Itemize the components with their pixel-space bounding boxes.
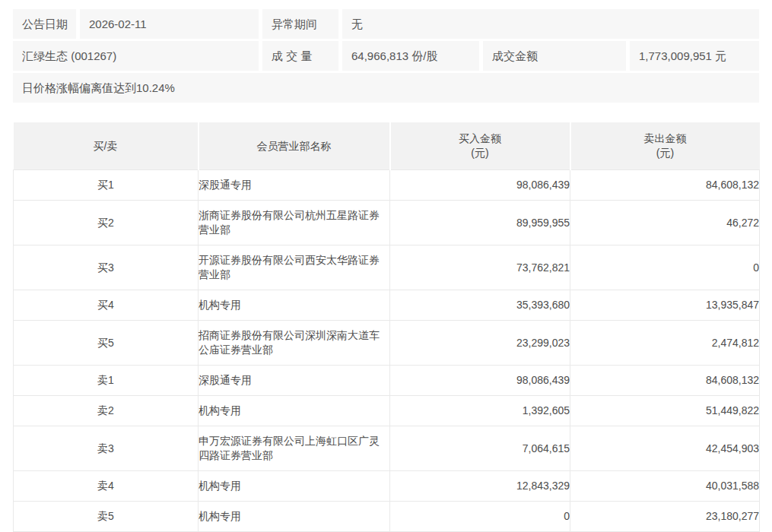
buy-amount-cell: 1,392,605 [390,396,570,426]
branch-cell: 申万宏源证券有限公司上海虹口区广灵四路证券营业部 [199,426,390,471]
sell-amount-cell: 2,474,812 [570,321,760,366]
sell-amount-cell: 23,180,277 [570,502,760,532]
table-row: 买2 浙商证券股份有限公司杭州五星路证券营业部 89,959,955 46,27… [14,201,760,245]
branch-cell: 深股通专用 [199,170,390,201]
abnormal-period-value: 无 [342,9,759,39]
table-row: 买5 招商证券股份有限公司深圳深南大道车公庙证券营业部 23,299,023 2… [14,321,760,366]
branch-cell: 深股通专用 [199,366,390,396]
side-cell: 卖2 [14,396,199,426]
buy-amount-cell: 89,959,955 [390,201,570,245]
side-cell: 买3 [14,245,199,290]
buy-amount-cell: 7,064,615 [390,426,570,471]
table-row: 卖4 机构专用 12,843,329 40,031,588 [14,471,760,502]
buy-amount-cell: 0 [390,502,570,532]
sell-amount-cell: 42,454,903 [570,426,760,471]
sell-amount-cell: 84,608,132 [570,170,760,201]
header-branch: 会员营业部名称 [199,122,390,170]
table-row: 买3 开源证券股份有限公司西安太华路证券营业部 73,762,821 0 [14,245,760,290]
info-panel: 公告日期 2026-02-11 异常期间 无 汇绿生态 (001267) 成 交… [13,9,759,103]
side-cell: 买2 [14,201,199,245]
side-cell: 买4 [14,290,199,321]
sell-amount-cell: 84,608,132 [570,366,760,396]
volume-label: 成 交 量 [262,41,338,71]
page: 公告日期 2026-02-11 异常期间 无 汇绿生态 (001267) 成 交… [0,0,772,532]
price-deviation-note: 日价格涨幅偏离值达到10.24% [13,73,759,103]
table-row: 卖1 深股通专用 98,086,439 84,608,132 [14,366,760,396]
header-buy-amount: 买入金额(元) [390,122,570,170]
abnormal-period-label: 异常期间 [262,9,338,39]
branch-cell: 机构专用 [199,290,390,321]
buy-amount-cell: 23,299,023 [390,321,570,366]
table-row: 卖3 申万宏源证券有限公司上海虹口区广灵四路证券营业部 7,064,615 42… [14,426,760,471]
sell-amount-cell: 0 [570,245,760,290]
sell-amount-cell: 46,272 [570,201,760,245]
sell-amount-cell: 13,935,847 [570,290,760,321]
header-side: 买/卖 [14,122,199,170]
sell-amount-cell: 40,031,588 [570,471,760,502]
branch-cell: 机构专用 [199,502,390,532]
side-cell: 卖1 [14,366,199,396]
branch-cell: 机构专用 [199,471,390,502]
table-row: 买4 机构专用 35,393,680 13,935,847 [14,290,760,321]
broker-table-header: 买/卖 会员营业部名称 买入金额(元) 卖出金额(元) [14,122,760,170]
header-sell-line2: (元) [571,146,760,160]
table-row: 买1 深股通专用 98,086,439 84,608,132 [14,170,760,201]
info-row-3: 日价格涨幅偏离值达到10.24% [13,73,759,103]
sell-amount-cell: 51,449,822 [570,396,760,426]
turnover-value: 1,773,009,951 元 [630,41,759,71]
volume-value: 64,966,813 份/股 [342,41,479,71]
turnover-label: 成交金额 [483,41,626,71]
info-row-2: 汇绿生态 (001267) 成 交 量 64,966,813 份/股 成交金额 … [13,41,759,71]
buy-amount-cell: 98,086,439 [390,366,570,396]
side-cell: 买1 [14,170,199,201]
info-row-1: 公告日期 2026-02-11 异常期间 无 [13,9,759,39]
stock-name: 汇绿生态 (001267) [13,41,259,71]
header-sell-line1: 卖出金额 [571,131,760,146]
branch-cell: 浙商证券股份有限公司杭州五星路证券营业部 [199,201,390,245]
header-buy-line1: 买入金额 [391,131,570,146]
table-row: 卖5 机构专用 0 23,180,277 [14,502,760,532]
side-cell: 买5 [14,321,199,366]
broker-table: 买/卖 会员营业部名称 买入金额(元) 卖出金额(元) 买1 深股通专用 98,… [13,122,760,532]
buy-amount-cell: 35,393,680 [390,290,570,321]
branch-cell: 开源证券股份有限公司西安太华路证券营业部 [199,245,390,290]
side-cell: 卖5 [14,502,199,532]
side-cell: 卖4 [14,471,199,502]
buy-amount-cell: 73,762,821 [390,245,570,290]
header-sell-amount: 卖出金额(元) [570,122,760,170]
announcement-date-label: 公告日期 [13,9,76,39]
branch-cell: 机构专用 [199,396,390,426]
announcement-date-value: 2026-02-11 [80,9,259,39]
buy-amount-cell: 98,086,439 [390,170,570,201]
side-cell: 卖3 [14,426,199,471]
header-buy-line2: (元) [391,146,570,160]
buy-amount-cell: 12,843,329 [390,471,570,502]
table-row: 卖2 机构专用 1,392,605 51,449,822 [14,396,760,426]
branch-cell: 招商证券股份有限公司深圳深南大道车公庙证券营业部 [199,321,390,366]
